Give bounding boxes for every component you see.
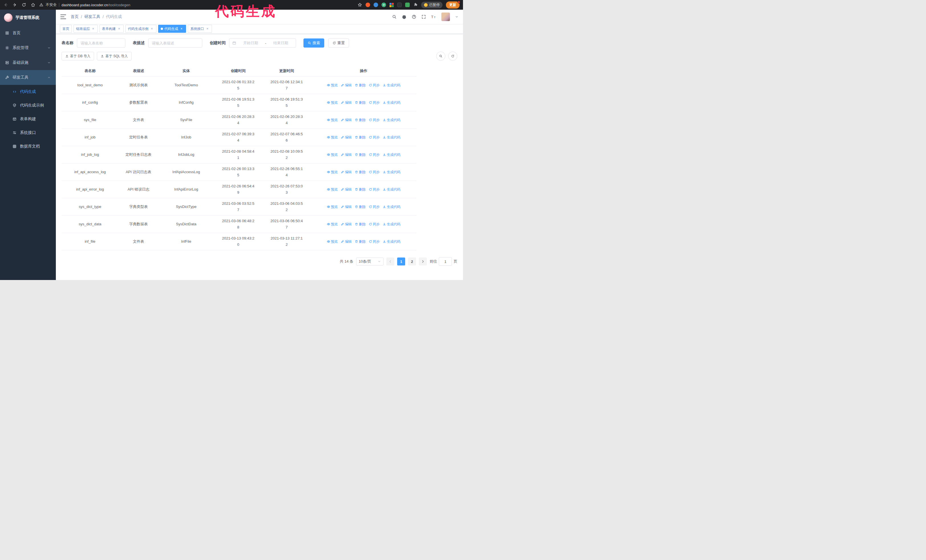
browser-update-button[interactable]: 更新 (446, 2, 460, 9)
sidebar-item-database-docs[interactable]: 数据库文档 (0, 140, 56, 153)
edit-link[interactable]: 编辑 (341, 82, 352, 88)
sidebar-item-infrastructure[interactable]: 基础设施 (0, 55, 56, 70)
extensions-puzzle-icon[interactable] (413, 3, 418, 7)
tab-close-icon[interactable]: × (150, 27, 154, 31)
bookmark-star-icon[interactable] (357, 3, 362, 7)
edit-link[interactable]: 编辑 (341, 169, 352, 175)
tab-system-api[interactable]: 系统接口× (188, 25, 212, 33)
import-db-button[interactable]: 基于 DB 导入 (62, 52, 94, 60)
preview-link[interactable]: 预览 (327, 204, 338, 210)
forward-icon[interactable] (12, 3, 17, 7)
delete-link[interactable]: 删除 (355, 151, 366, 158)
hamburger-icon[interactable] (61, 15, 66, 19)
table-name-input[interactable] (77, 38, 126, 48)
delete-link[interactable]: 删除 (355, 100, 366, 106)
preview-link[interactable]: 预览 (327, 238, 338, 245)
edit-link[interactable]: 编辑 (341, 186, 352, 193)
goto-page-input[interactable] (439, 257, 452, 266)
delete-link[interactable]: 删除 (355, 238, 366, 245)
tab-close-icon[interactable]: × (180, 27, 183, 31)
date-range-picker[interactable]: 开始日期 - 结束日期 (229, 38, 296, 48)
generate-code-link[interactable]: 生成代码 (383, 169, 401, 175)
extension-icon-grid[interactable] (389, 3, 394, 7)
profile-paused-chip[interactable]: 已暂停 (421, 2, 442, 8)
warning-icon[interactable] (39, 3, 43, 7)
generate-code-link[interactable]: 生成代码 (383, 186, 401, 193)
font-size-icon[interactable]: TT (431, 15, 436, 19)
delete-link[interactable]: 删除 (355, 169, 366, 175)
generate-code-link[interactable]: 生成代码 (383, 204, 401, 210)
edit-link[interactable]: 编辑 (341, 134, 352, 140)
reload-icon[interactable] (22, 3, 26, 7)
user-avatar[interactable] (441, 12, 450, 21)
preview-link[interactable]: 预览 (327, 221, 338, 227)
extension-icon-green[interactable] (405, 3, 410, 7)
page-button-2[interactable]: 2 (408, 258, 416, 266)
sidebar-item-home[interactable]: 首页 (0, 26, 56, 41)
sync-link[interactable]: 同步 (369, 82, 380, 88)
prev-page-button[interactable] (386, 258, 394, 266)
github-icon[interactable] (402, 15, 407, 20)
import-sql-button[interactable]: 基于 SQL 导入 (97, 52, 132, 60)
preview-link[interactable]: 预览 (327, 117, 338, 123)
sync-link[interactable]: 同步 (369, 134, 380, 140)
delete-link[interactable]: 删除 (355, 221, 366, 227)
tab-close-icon[interactable]: × (206, 27, 209, 31)
tab-home[interactable]: 首页 (60, 25, 72, 33)
sync-link[interactable]: 同步 (369, 238, 380, 245)
generate-code-link[interactable]: 生成代码 (383, 134, 401, 140)
next-page-button[interactable] (419, 258, 427, 266)
sync-link[interactable]: 同步 (369, 100, 380, 106)
sidebar-item-code-generation-example[interactable]: 代码生成示例 (0, 98, 56, 112)
vue-devtools-icon[interactable]: V (381, 3, 386, 7)
sync-link[interactable]: 同步 (369, 151, 380, 158)
sync-link[interactable]: 同步 (369, 186, 380, 193)
reset-button[interactable]: 重置 (328, 38, 349, 48)
delete-link[interactable]: 删除 (355, 82, 366, 88)
page-size-select[interactable]: 10条/页 (356, 258, 383, 266)
page-button-1[interactable]: 1 (397, 258, 405, 266)
tab-close-icon[interactable]: × (117, 27, 121, 31)
edit-link[interactable]: 编辑 (341, 238, 352, 245)
toggle-search-button[interactable] (436, 51, 445, 61)
generate-code-link[interactable]: 生成代码 (383, 100, 401, 106)
home-icon[interactable] (31, 3, 35, 7)
preview-link[interactable]: 预览 (327, 169, 338, 175)
help-icon[interactable] (412, 15, 416, 19)
sync-link[interactable]: 同步 (369, 169, 380, 175)
tab-codegen-example[interactable]: 代码生成示例× (126, 25, 156, 33)
refresh-table-button[interactable] (448, 51, 457, 61)
breadcrumb-item-dev-tools[interactable]: 研发工具 (84, 14, 100, 20)
tab-close-icon[interactable]: × (91, 27, 95, 31)
table-desc-input[interactable] (148, 38, 202, 48)
edit-link[interactable]: 编辑 (341, 117, 352, 123)
sidebar-item-system-management[interactable]: 系统管理 (0, 41, 56, 55)
search-icon[interactable] (392, 15, 396, 19)
preview-link[interactable]: 预览 (327, 100, 338, 106)
edit-link[interactable]: 编辑 (341, 100, 352, 106)
generate-code-link[interactable]: 生成代码 (383, 151, 401, 158)
preview-link[interactable]: 预览 (327, 186, 338, 193)
sync-link[interactable]: 同步 (369, 221, 380, 227)
sidebar-item-dev-tools[interactable]: 研发工具 (0, 70, 56, 85)
address-bar[interactable]: 不安全 dashboard.yudao.iocoder.cn/tool/code… (39, 2, 354, 8)
sidebar-item-system-api[interactable]: 系统接口 (0, 126, 56, 140)
generate-code-link[interactable]: 生成代码 (383, 82, 401, 88)
delete-link[interactable]: 删除 (355, 186, 366, 193)
edit-link[interactable]: 编辑 (341, 221, 352, 227)
generate-code-link[interactable]: 生成代码 (383, 238, 401, 245)
sync-link[interactable]: 同步 (369, 204, 380, 210)
preview-link[interactable]: 预览 (327, 134, 338, 140)
extension-icon-dark[interactable] (397, 3, 402, 7)
breadcrumb-item-home[interactable]: 首页 (71, 14, 79, 20)
edit-link[interactable]: 编辑 (341, 151, 352, 158)
sidebar-item-code-generation[interactable]: 代码生成 (0, 85, 56, 98)
preview-link[interactable]: 预览 (327, 82, 338, 88)
back-icon[interactable] (3, 3, 8, 7)
extension-icon-orange[interactable] (366, 3, 370, 7)
sync-link[interactable]: 同步 (369, 117, 380, 123)
generate-code-link[interactable]: 生成代码 (383, 117, 401, 123)
sidebar-item-form-builder[interactable]: 表单构建 (0, 112, 56, 126)
preview-link[interactable]: 预览 (327, 151, 338, 158)
search-button[interactable]: 搜索 (303, 38, 324, 48)
